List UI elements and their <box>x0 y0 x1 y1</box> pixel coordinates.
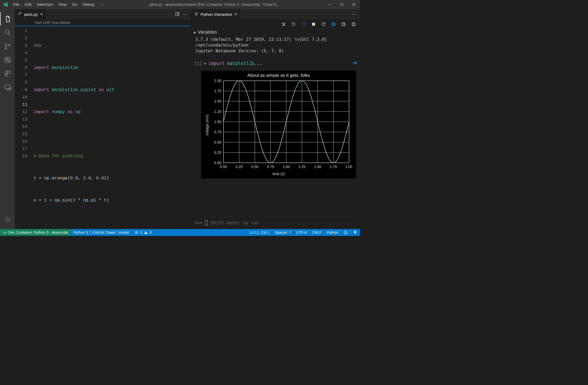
status-eol[interactable]: CRLF <box>309 230 324 235</box>
remote-explorer-icon[interactable] <box>0 80 15 94</box>
codelens-row: Run Cell | Run Below <box>15 19 191 26</box>
search-icon[interactable] <box>0 26 15 39</box>
svg-text:1.25: 1.25 <box>214 109 221 114</box>
menu-more[interactable]: ··· <box>97 0 105 9</box>
interactive-tabs: Python Interactive ✕ ··· <box>191 9 360 19</box>
cell-prompt: [1] <box>194 61 202 66</box>
menu-bar: File Edit Selection View Go Debug ··· <box>11 0 105 9</box>
source-control-icon[interactable] <box>0 39 15 53</box>
chart-card: About as simple as it gets, folks voltag… <box>201 71 356 179</box>
python-interactive-pane: Python Interactive ✕ ··· ▶ Variables 3.7… <box>191 9 360 229</box>
svg-rect-28 <box>312 23 315 26</box>
svg-text:1.50: 1.50 <box>214 99 221 103</box>
expand-icon[interactable] <box>341 22 346 27</box>
status-spaces[interactable]: Spaces: 7 <box>272 230 294 235</box>
svg-point-80 <box>345 232 345 232</box>
close-icon[interactable]: ✕ <box>40 12 43 16</box>
svg-text:1.00: 1.00 <box>214 120 221 124</box>
svg-rect-34 <box>352 23 355 26</box>
split-editor-icon[interactable] <box>175 12 180 17</box>
svg-point-81 <box>346 232 346 232</box>
interrupt-icon[interactable] <box>311 22 316 27</box>
svg-rect-78 <box>146 233 146 234</box>
menu-debug[interactable]: Debug <box>80 0 97 9</box>
editor-tabs: plots.py ✕ ··· <box>15 9 191 19</box>
maximize-button[interactable] <box>336 0 348 9</box>
explorer-icon[interactable] <box>0 12 15 26</box>
redo-icon[interactable] <box>291 22 296 27</box>
menu-go[interactable]: Go <box>69 0 80 9</box>
svg-point-7 <box>5 48 7 49</box>
menu-view[interactable]: View <box>56 0 69 9</box>
collapse-icon[interactable] <box>351 22 356 27</box>
svg-rect-11 <box>5 71 7 73</box>
remote-icon <box>3 230 7 235</box>
code-content[interactable]: #%% import matplotlib import matplotlib.… <box>32 26 191 229</box>
status-notifications-icon[interactable] <box>350 230 360 235</box>
svg-rect-12 <box>8 71 10 73</box>
menu-file[interactable]: File <box>11 0 22 9</box>
cancel-icon[interactable] <box>281 22 286 27</box>
status-problems[interactable]: 0 0 <box>132 229 155 236</box>
python-file-icon <box>18 12 22 17</box>
editor-tab-plots[interactable]: plots.py ✕ <box>15 9 47 19</box>
chevron-right-icon: ▶ <box>204 62 206 65</box>
status-cursor[interactable]: Ln 11, Col 1 <box>247 230 272 235</box>
error-icon <box>135 230 139 235</box>
more-actions-icon[interactable]: ··· <box>352 12 356 17</box>
svg-text:1.50: 1.50 <box>314 165 321 169</box>
more-actions-icon[interactable]: ··· <box>183 12 187 17</box>
svg-text:0.75: 0.75 <box>214 130 221 134</box>
run-below-link[interactable]: Run Below <box>52 21 70 25</box>
svg-rect-29 <box>333 23 334 24</box>
svg-text:1.25: 1.25 <box>298 165 305 169</box>
status-encoding[interactable]: UTF-8 <box>294 230 309 235</box>
chart-title: About as simple as it gets, folks <box>247 73 310 78</box>
status-feedback-icon[interactable] <box>341 230 350 235</box>
restart-icon[interactable] <box>321 22 326 27</box>
kernel-info: 3.7.3 (default, Mar 27 2019, 22:11:17) \… <box>191 37 360 59</box>
repl-cursor <box>205 220 208 225</box>
cell-code-preview: import matplotlib... <box>208 61 262 66</box>
menu-edit[interactable]: Edit <box>22 0 34 9</box>
editor-group: plots.py ✕ ··· Run Cell | Run Below 1234… <box>15 9 191 229</box>
close-icon[interactable]: ✕ <box>234 12 237 16</box>
chart-xlabel: time (s) <box>273 172 285 176</box>
svg-text:0.00: 0.00 <box>220 165 227 169</box>
settings-gear-icon[interactable] <box>0 213 15 226</box>
chevron-right-icon: ▶ <box>194 31 196 34</box>
save-icon[interactable] <box>331 22 336 27</box>
debug-icon[interactable] <box>0 53 15 67</box>
interactive-tab[interactable]: Python Interactive ✕ <box>191 9 241 19</box>
code-editor[interactable]: 123456789101112131415161718 #%% import m… <box>15 26 191 229</box>
status-remote[interactable]: Dev Container: Python 3 - Anaconda <box>0 229 71 236</box>
svg-text:0.25: 0.25 <box>214 150 221 155</box>
status-bar: Dev Container: Python 3 - Anaconda Pytho… <box>0 229 360 236</box>
extensions-icon[interactable] <box>0 67 15 80</box>
cell-header[interactable]: [1] ▶ import matplotlib... <box>191 59 360 68</box>
goto-cell-icon[interactable] <box>352 60 357 67</box>
chart-output: About as simple as it gets, folks voltag… <box>191 68 360 182</box>
menu-selection[interactable]: Selection <box>34 0 56 9</box>
svg-line-5 <box>9 34 11 36</box>
svg-rect-1 <box>341 3 343 6</box>
svg-rect-30 <box>333 24 335 26</box>
status-lang[interactable]: Python <box>324 230 341 235</box>
chart-svg: 0.000.250.500.751.001.251.501.752.000.00… <box>210 79 352 171</box>
svg-rect-33 <box>352 23 355 25</box>
variables-label: Variables <box>198 29 217 35</box>
undo-icon[interactable] <box>301 22 306 27</box>
activity-bar <box>0 9 15 229</box>
variables-section-header[interactable]: ▶ Variables <box>191 28 360 37</box>
svg-point-6 <box>5 43 7 45</box>
minimize-button[interactable] <box>324 0 336 9</box>
svg-point-19 <box>19 12 19 13</box>
svg-rect-22 <box>177 12 179 16</box>
repl-input-row[interactable]: >>> Shift-enter to run <box>191 216 360 229</box>
status-python[interactable]: Python 3.7.3 64-bit ('base': conda) <box>71 229 132 236</box>
close-button[interactable] <box>348 0 360 9</box>
warning-icon <box>144 230 148 235</box>
svg-rect-31 <box>342 23 345 26</box>
svg-point-18 <box>7 219 9 221</box>
run-cell-link[interactable]: Run Cell <box>35 21 49 25</box>
